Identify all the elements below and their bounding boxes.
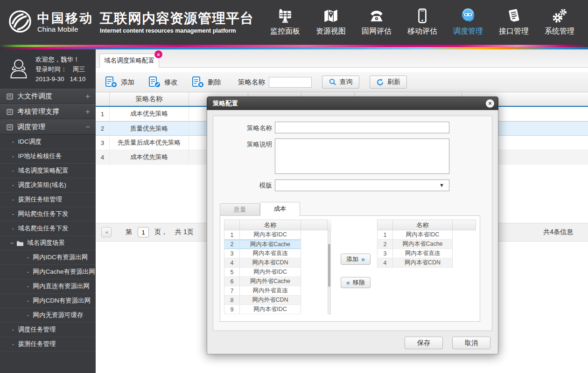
login-time-label: 登录时间：	[35, 64, 67, 74]
sidebar-item-scene-cdn[interactable]: ·网内CDN有资源出网	[0, 294, 96, 308]
nav-item-monitor[interactable]: 监控面板	[262, 5, 308, 36]
sidebar-item-domain-policy[interactable]: ·域名调度策略配置	[0, 164, 96, 178]
selected-list-header: 名称	[393, 220, 453, 230]
list-item[interactable]: 4网内本省CDN	[224, 258, 331, 268]
dashboard-icon	[277, 5, 294, 24]
sidebar-item-decision-group[interactable]: ·调度决策组(域名)	[0, 178, 96, 193]
save-button[interactable]: 保存	[405, 337, 443, 349]
add-to-selected-button[interactable]: 添加 »	[341, 254, 371, 265]
doc-icon	[7, 93, 13, 100]
nav-item-resource-view[interactable]: 资源视图	[308, 5, 354, 36]
expand-icon[interactable]: +	[85, 92, 90, 101]
sidebar-item-idc-dispatch[interactable]: ·IDC调度	[0, 135, 96, 149]
sidebar-item-scene-idc[interactable]: ·网内IDC有资源出网	[0, 250, 96, 265]
sidebar-item-dispatch-task[interactable]: ·调度任务管理	[0, 323, 96, 337]
list-item[interactable]: 6网内外省Cache	[224, 277, 331, 286]
avatar	[7, 56, 31, 83]
modify-button[interactable]: 修改	[148, 76, 178, 88]
sidebar-group-big-file[interactable]: 大文件调度 +	[0, 89, 96, 104]
headset-icon	[460, 5, 476, 24]
list-item[interactable]: 1网内本省IDC	[224, 230, 331, 240]
brand-name-en: China Mobile	[37, 26, 93, 33]
tab-quality[interactable]: 质量	[220, 203, 260, 216]
bullet-icon: ·	[12, 138, 14, 145]
dialog-title: 策略配置	[213, 99, 238, 108]
platform-subtitle: Internet content resources management pl…	[100, 28, 254, 34]
search-button[interactable]: 查询	[322, 76, 359, 89]
bullet-icon: ·	[12, 182, 14, 189]
expand-icon[interactable]: +	[85, 107, 90, 117]
sidebar-item-domain-crawler[interactable]: ·域名爬虫任务下发	[0, 221, 96, 236]
page-number-input[interactable]	[138, 227, 149, 237]
bullet-icon: ·	[27, 269, 29, 276]
delete-button[interactable]: 删除	[192, 76, 221, 88]
bullet-icon: ·	[27, 283, 29, 290]
row-number-header	[96, 92, 110, 106]
tab-bar: 域名调度策略配置 ×	[96, 49, 588, 68]
add-doc-icon	[105, 76, 118, 88]
bullet-icon: ·	[27, 297, 29, 304]
brand-ribbon	[0, 45, 588, 49]
list-item[interactable]: 3网内本省直连	[224, 249, 331, 258]
tab-cost[interactable]: 成本	[260, 202, 300, 216]
tab-close-icon[interactable]: ×	[154, 50, 162, 58]
scrollbar[interactable]	[328, 230, 331, 314]
gears-icon	[551, 5, 568, 24]
prev-page-button[interactable]: ◄	[101, 227, 112, 237]
tab-domain-policy[interactable]: 域名调度策略配置 ×	[99, 54, 159, 68]
remove-from-selected-button[interactable]: « 移除	[341, 277, 371, 288]
policy-desc-textarea[interactable]	[275, 138, 449, 174]
list-item[interactable]: 1网内本省IDC	[377, 230, 476, 240]
sidebar-group-domain-scene[interactable]: − 域名调度场景	[0, 236, 96, 250]
prev-arrow-icon: ◄	[105, 230, 109, 235]
list-item[interactable]: 9网内本省IDC	[224, 305, 331, 314]
nav-item-mobile-eval[interactable]: 移动评估	[399, 5, 445, 36]
list-item[interactable]: 5网内外省IDC	[224, 268, 331, 277]
nav-item-system[interactable]: 系统管理	[537, 5, 582, 36]
refresh-button[interactable]: 刷新	[370, 76, 407, 89]
list-item[interactable]: 4网内本省CDN	[377, 258, 476, 268]
bullet-icon: ·	[27, 312, 29, 319]
bullet-icon: ·	[12, 211, 14, 218]
cancel-button[interactable]: 取消	[452, 337, 490, 349]
nav-item-dispatch[interactable]: 调度管理	[445, 5, 491, 36]
bullet-icon: ·	[12, 341, 14, 348]
sidebar-group-assessment[interactable]: 考核管理支撑 +	[0, 104, 96, 119]
nav-item-interface[interactable]: 接口管理	[491, 5, 537, 36]
sidebar-item-site-crawler[interactable]: ·网站爬虫任务下发	[0, 207, 96, 221]
dialog-header[interactable]: 策略配置 ×	[207, 97, 498, 110]
collapse-icon[interactable]: −	[85, 123, 90, 132]
list-item[interactable]: 2网内本省Cache	[377, 240, 476, 249]
scrollbar-thumb[interactable]	[328, 244, 330, 287]
template-select[interactable]: ▼	[275, 180, 449, 191]
sidebar-item-scene-direct[interactable]: ·网内直连有资源出网	[0, 279, 96, 294]
policy-desc-label: 策略说明	[213, 140, 272, 149]
welcome-text: 欢迎您，魏华！	[35, 55, 85, 64]
refresh-icon	[376, 78, 384, 86]
sidebar-item-scene-nocache[interactable]: ·网内无资源可缓存	[0, 308, 96, 323]
brand-area: 中国移动 China Mobile 互联网内容资源管理平台 Internet c…	[0, 9, 254, 36]
list-item[interactable]: 3网内本省直连	[377, 249, 476, 258]
close-icon[interactable]: ×	[486, 99, 494, 108]
policy-name-label: 策略名称	[213, 124, 272, 132]
policy-name-input[interactable]	[275, 122, 449, 133]
nav-item-fixed-network[interactable]: 固网评估	[354, 5, 399, 36]
sidebar-item-scene-cache[interactable]: ·网内Cache有资源出网	[0, 265, 96, 279]
sidebar-item-dialtest-group[interactable]: ·拨测任务组管理	[0, 193, 96, 207]
list-item-selected[interactable]: 2网内本省Cache	[224, 240, 331, 249]
selected-list: 名称 1网内本省IDC 2网内本省Cache 3网内本省直连 4网内本省CDN	[377, 220, 476, 268]
policy-name-filter-input[interactable]	[269, 77, 312, 88]
add-button[interactable]: 添加	[105, 76, 134, 88]
folder-icon	[16, 240, 24, 246]
bullet-icon: ·	[12, 196, 14, 203]
sidebar-item-dialtest-task[interactable]: ·拨测任务管理	[0, 337, 96, 352]
list-item[interactable]: 7网内外省直连	[224, 286, 331, 296]
bullet-icon: ·	[12, 153, 14, 160]
page-suffix: 页，	[154, 228, 168, 236]
list-item[interactable]: 8网内外省CDN	[224, 296, 331, 305]
login-day: 周三	[73, 64, 85, 74]
sidebar-item-ip-check[interactable]: ·IP地址检核任务	[0, 149, 96, 164]
collapse-icon[interactable]: −	[10, 240, 14, 247]
sidebar-group-dispatch[interactable]: 调度管理 −	[0, 119, 96, 135]
double-chevron-left-icon: «	[346, 279, 350, 286]
